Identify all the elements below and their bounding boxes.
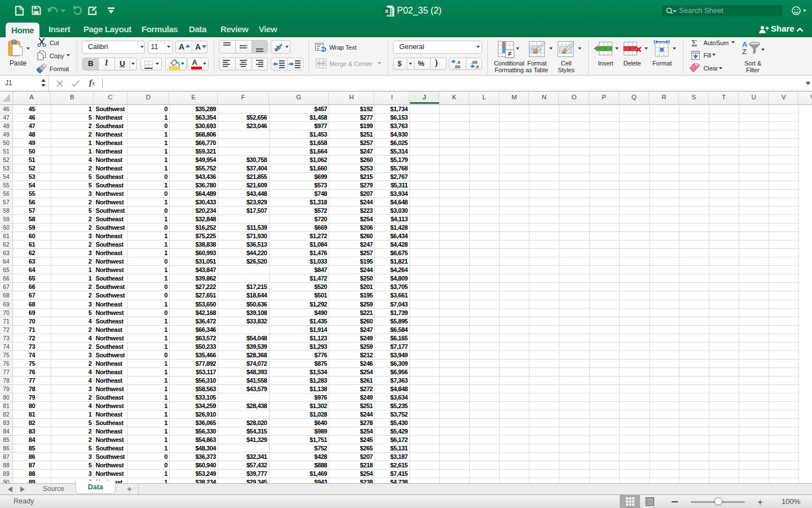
svg-text:.0: .0 bbox=[475, 64, 479, 69]
svg-text:.00: .00 bbox=[454, 64, 461, 69]
svg-text:X: X bbox=[385, 8, 389, 14]
